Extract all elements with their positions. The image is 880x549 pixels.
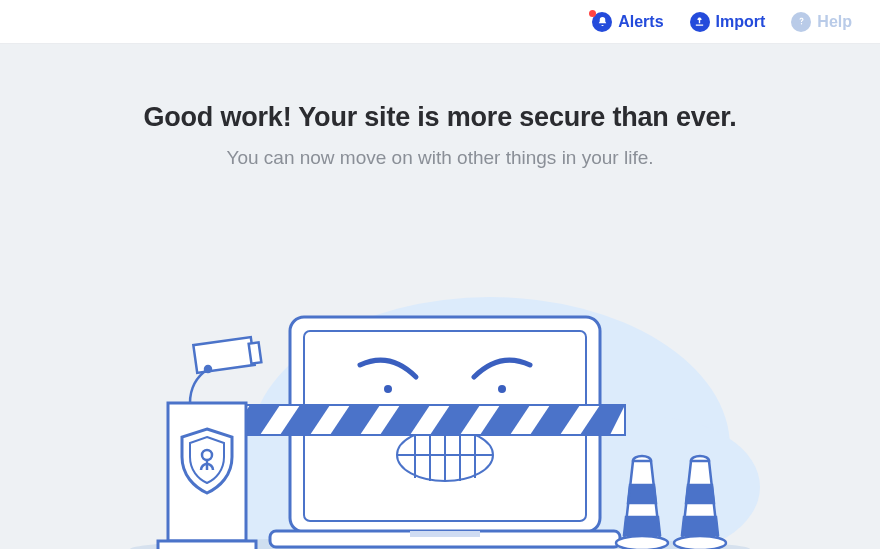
- svg-rect-27: [158, 541, 256, 549]
- upload-icon: [690, 12, 710, 32]
- svg-rect-29: [193, 337, 254, 373]
- svg-point-35: [674, 536, 726, 549]
- security-camera-icon: [190, 337, 261, 403]
- svg-rect-30: [249, 342, 262, 363]
- svg-point-7: [384, 385, 392, 393]
- help-label: Help: [817, 13, 852, 31]
- alerts-label: Alerts: [618, 13, 663, 31]
- alerts-link[interactable]: Alerts: [592, 12, 663, 32]
- import-label: Import: [716, 13, 766, 31]
- import-link[interactable]: Import: [690, 12, 766, 32]
- svg-point-8: [498, 385, 506, 393]
- help-link[interactable]: Help: [791, 12, 852, 32]
- top-navigation: Alerts Import Help: [0, 0, 880, 44]
- gate-barrier: [230, 405, 625, 435]
- page-subtitle: You can now move on with other things in…: [0, 147, 880, 169]
- page-title: Good work! Your site is more secure than…: [0, 102, 880, 133]
- svg-rect-6: [410, 531, 480, 537]
- notification-dot: [589, 10, 596, 17]
- svg-point-31: [205, 366, 211, 372]
- bell-icon: [592, 12, 612, 32]
- security-illustration: [120, 197, 760, 549]
- svg-point-33: [616, 536, 668, 549]
- main-content: Good work! Your site is more secure than…: [0, 44, 880, 549]
- gritted-teeth: [397, 429, 493, 481]
- question-icon: [791, 12, 811, 32]
- gate-post: [158, 403, 256, 549]
